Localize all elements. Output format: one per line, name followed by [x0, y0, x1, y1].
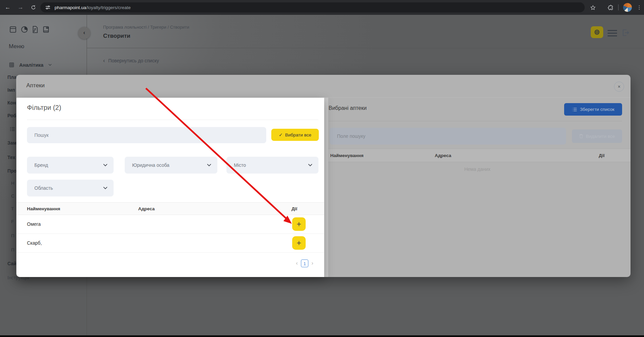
- selected-divider: [329, 121, 622, 121]
- plus-icon: +: [297, 220, 301, 228]
- pagination-page-1[interactable]: 1: [301, 259, 308, 267]
- profile-avatar[interactable]: [623, 3, 632, 12]
- sidebar-quick-document-icon[interactable]: [31, 25, 39, 35]
- sidebar-subitem[interactable]: Т: [11, 206, 14, 212]
- add-pharmacy-button[interactable]: +: [292, 217, 306, 231]
- url-domain: pharmapoint.ua: [55, 5, 86, 10]
- breadcrumb: Програма лояльності / Тригери / Створити: [103, 25, 189, 30]
- selected-search-input[interactable]: [330, 128, 566, 145]
- column-header-address: Адреса: [435, 153, 599, 158]
- filters-table-header: Найменування Адреса Дії: [17, 202, 324, 215]
- language-button[interactable]: [591, 26, 603, 38]
- chevron-down-icon: [103, 187, 108, 189]
- check-icon: ✓: [279, 132, 283, 137]
- chevron-down-icon: [48, 64, 52, 66]
- logout-button[interactable]: [621, 28, 630, 38]
- extensions-button[interactable]: [605, 2, 615, 12]
- filters-search-input[interactable]: [27, 127, 266, 143]
- sidebar-quick-archive-icon[interactable]: [9, 25, 17, 35]
- select-all-label: Вибрати все: [285, 132, 311, 137]
- region-dropdown-label: Область: [34, 185, 53, 191]
- reload-icon: [31, 5, 36, 10]
- column-header-actions: Дії: [292, 206, 324, 211]
- sidebar-item[interactable]: Тех: [7, 154, 15, 160]
- sidebar-item[interactable]: Пла: [7, 74, 17, 80]
- delete-all-label: Видалити все: [586, 134, 615, 139]
- sidebar-list-section-icon[interactable]: [9, 126, 16, 133]
- filters-title: Фільтри (2): [27, 104, 61, 112]
- column-header-actions: Дії: [599, 153, 605, 158]
- modal-title: Аптеки: [26, 82, 45, 89]
- add-pharmacy-button[interactable]: +: [292, 236, 306, 250]
- hamburger-icon: [608, 30, 617, 31]
- chevron-left-icon: ‹: [103, 58, 105, 64]
- back-to-list-link[interactable]: ‹ Повернутись до списку: [103, 58, 159, 64]
- browser-menu-button[interactable]: ⋮: [634, 2, 644, 12]
- chevron-down-icon: [308, 164, 312, 166]
- save-list-label: Зберегти список: [580, 107, 615, 112]
- filters-panel: Фільтри (2) ✓ Вибрати все Бренд Юридична…: [17, 98, 324, 277]
- site-settings-icon[interactable]: [45, 5, 51, 10]
- browser-back-button[interactable]: ←: [3, 2, 13, 12]
- pharmacy-name: Скарб,: [27, 240, 42, 246]
- sidebar-item-label: Аналітика: [19, 62, 43, 68]
- globe-icon: [594, 29, 600, 35]
- apps-menu-button[interactable]: [608, 30, 617, 36]
- city-dropdown[interactable]: Місто: [226, 157, 318, 174]
- sidebar-subitem[interactable]: П: [11, 233, 14, 239]
- sidebar-item-analytics[interactable]: Аналітика: [9, 62, 52, 68]
- list-icon: [572, 107, 577, 112]
- plus-icon: +: [297, 239, 301, 247]
- brand-dropdown-label: Бренд: [34, 162, 48, 168]
- region-dropdown[interactable]: Область: [27, 180, 114, 196]
- selected-pharmacies-title: Вибрані аптеки: [329, 105, 367, 111]
- filters-panel-scrollbar[interactable]: [324, 98, 328, 277]
- toolbar-divider: [618, 4, 619, 10]
- sidebar-item[interactable]: Сай: [7, 261, 17, 267]
- sidebar-item[interactable]: Зам: [7, 140, 17, 146]
- header-divider: [87, 48, 644, 48]
- screenshot-stage: ← → pharmapoint.ua/loyalty/triggers/crea…: [0, 0, 644, 337]
- close-icon: ×: [618, 84, 620, 89]
- sidebar-item[interactable]: Про: [7, 168, 17, 174]
- browser-forward-button[interactable]: →: [16, 2, 26, 12]
- chevron-down-icon: [207, 164, 211, 166]
- sidebar-quick-piechart-icon[interactable]: [20, 25, 29, 35]
- sidebar-subitem[interactable]: С: [11, 193, 14, 199]
- pharmacy-name: Омега: [27, 221, 41, 227]
- trash-icon: [579, 134, 583, 139]
- pagination-prev-button[interactable]: ‹: [294, 259, 300, 267]
- sidebar-item[interactable]: Кон: [7, 100, 16, 106]
- city-dropdown-label: Місто: [234, 162, 246, 168]
- brand-dropdown[interactable]: Бренд: [27, 157, 114, 174]
- select-all-button[interactable]: ✓ Вибрати все: [271, 129, 319, 141]
- grid-icon: [9, 62, 14, 68]
- modal-close-button[interactable]: ×: [614, 82, 624, 92]
- back-link-label: Повернутись до списку: [108, 58, 159, 63]
- sidebar-item[interactable]: Роб: [7, 113, 16, 119]
- sidebar-menu-heading: Меню: [9, 43, 24, 50]
- sidebar-subitem[interactable]: П: [11, 247, 14, 253]
- column-header-name: Найменування: [330, 153, 435, 158]
- page-title: Створити: [103, 33, 130, 39]
- save-list-button[interactable]: Зберегти список: [564, 103, 622, 116]
- legal-entity-dropdown[interactable]: Юридична особа: [125, 157, 217, 174]
- sidebar-item[interactable]: Імп: [7, 87, 15, 93]
- empty-state-text: Нема даних: [324, 166, 631, 172]
- url-path: /loyalty/triggers/create: [86, 5, 131, 10]
- chevron-down-icon: [103, 164, 108, 166]
- bookmark-star-button[interactable]: [588, 2, 598, 12]
- table-row: Омега +: [17, 215, 324, 234]
- pagination-next-button[interactable]: ›: [310, 259, 315, 267]
- delete-all-button[interactable]: Видалити все: [572, 129, 622, 143]
- sidebar-subitem[interactable]: Н: [11, 180, 14, 186]
- sidebar-subitem[interactable]: F: [11, 219, 14, 225]
- filters-divider: [27, 120, 318, 120]
- column-header-name: Найменування: [27, 206, 138, 211]
- page-bottom-edge: [0, 335, 644, 337]
- sidebar-quick-book-icon[interactable]: [42, 25, 50, 35]
- sidebar-collapse-button[interactable]: ‹: [78, 27, 90, 39]
- address-bar[interactable]: pharmapoint.ua/loyalty/triggers/create: [40, 2, 585, 12]
- legal-entity-dropdown-label: Юридична особа: [132, 162, 170, 168]
- browser-reload-button[interactable]: [28, 2, 38, 12]
